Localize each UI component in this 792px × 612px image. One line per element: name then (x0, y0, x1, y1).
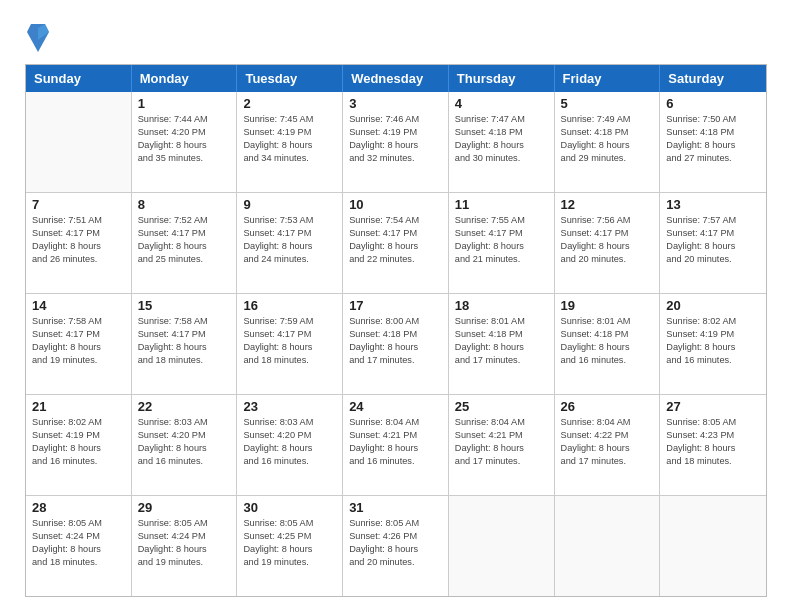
cell-info: Sunrise: 8:01 AM Sunset: 4:18 PM Dayligh… (561, 315, 654, 367)
page: SundayMondayTuesdayWednesdayThursdayFrid… (0, 0, 792, 612)
cell-info: Sunrise: 7:54 AM Sunset: 4:17 PM Dayligh… (349, 214, 442, 266)
calendar-cell: 24Sunrise: 8:04 AM Sunset: 4:21 PM Dayli… (343, 395, 449, 495)
calendar-cell: 1Sunrise: 7:44 AM Sunset: 4:20 PM Daylig… (132, 92, 238, 192)
day-number: 21 (32, 399, 125, 414)
calendar-row: 1Sunrise: 7:44 AM Sunset: 4:20 PM Daylig… (26, 92, 766, 193)
day-number: 5 (561, 96, 654, 111)
cell-info: Sunrise: 8:05 AM Sunset: 4:24 PM Dayligh… (138, 517, 231, 569)
logo-icon (27, 22, 49, 54)
calendar-cell: 28Sunrise: 8:05 AM Sunset: 4:24 PM Dayli… (26, 496, 132, 596)
day-number: 2 (243, 96, 336, 111)
day-number: 22 (138, 399, 231, 414)
cell-info: Sunrise: 8:05 AM Sunset: 4:25 PM Dayligh… (243, 517, 336, 569)
cell-info: Sunrise: 7:49 AM Sunset: 4:18 PM Dayligh… (561, 113, 654, 165)
cell-info: Sunrise: 8:02 AM Sunset: 4:19 PM Dayligh… (32, 416, 125, 468)
day-number: 31 (349, 500, 442, 515)
calendar-row: 7Sunrise: 7:51 AM Sunset: 4:17 PM Daylig… (26, 193, 766, 294)
calendar-cell: 13Sunrise: 7:57 AM Sunset: 4:17 PM Dayli… (660, 193, 766, 293)
day-number: 6 (666, 96, 760, 111)
day-number: 23 (243, 399, 336, 414)
cell-info: Sunrise: 7:58 AM Sunset: 4:17 PM Dayligh… (138, 315, 231, 367)
calendar-cell: 2Sunrise: 7:45 AM Sunset: 4:19 PM Daylig… (237, 92, 343, 192)
calendar-cell: 31Sunrise: 8:05 AM Sunset: 4:26 PM Dayli… (343, 496, 449, 596)
cell-info: Sunrise: 8:03 AM Sunset: 4:20 PM Dayligh… (243, 416, 336, 468)
cell-info: Sunrise: 8:05 AM Sunset: 4:23 PM Dayligh… (666, 416, 760, 468)
cell-info: Sunrise: 7:56 AM Sunset: 4:17 PM Dayligh… (561, 214, 654, 266)
cell-info: Sunrise: 8:00 AM Sunset: 4:18 PM Dayligh… (349, 315, 442, 367)
calendar-cell (660, 496, 766, 596)
calendar-cell: 7Sunrise: 7:51 AM Sunset: 4:17 PM Daylig… (26, 193, 132, 293)
day-number: 12 (561, 197, 654, 212)
cell-info: Sunrise: 7:58 AM Sunset: 4:17 PM Dayligh… (32, 315, 125, 367)
day-number: 1 (138, 96, 231, 111)
cell-info: Sunrise: 8:04 AM Sunset: 4:22 PM Dayligh… (561, 416, 654, 468)
calendar-cell: 8Sunrise: 7:52 AM Sunset: 4:17 PM Daylig… (132, 193, 238, 293)
calendar-row: 28Sunrise: 8:05 AM Sunset: 4:24 PM Dayli… (26, 496, 766, 596)
calendar-row: 21Sunrise: 8:02 AM Sunset: 4:19 PM Dayli… (26, 395, 766, 496)
day-number: 20 (666, 298, 760, 313)
calendar-body: 1Sunrise: 7:44 AM Sunset: 4:20 PM Daylig… (26, 92, 766, 596)
day-number: 26 (561, 399, 654, 414)
day-number: 29 (138, 500, 231, 515)
day-number: 19 (561, 298, 654, 313)
weekday-header: Friday (555, 65, 661, 92)
day-number: 7 (32, 197, 125, 212)
calendar-cell: 9Sunrise: 7:53 AM Sunset: 4:17 PM Daylig… (237, 193, 343, 293)
header (25, 20, 767, 54)
cell-info: Sunrise: 8:03 AM Sunset: 4:20 PM Dayligh… (138, 416, 231, 468)
calendar-cell: 19Sunrise: 8:01 AM Sunset: 4:18 PM Dayli… (555, 294, 661, 394)
cell-info: Sunrise: 7:57 AM Sunset: 4:17 PM Dayligh… (666, 214, 760, 266)
calendar-cell: 27Sunrise: 8:05 AM Sunset: 4:23 PM Dayli… (660, 395, 766, 495)
day-number: 11 (455, 197, 548, 212)
day-number: 28 (32, 500, 125, 515)
calendar: SundayMondayTuesdayWednesdayThursdayFrid… (25, 64, 767, 597)
calendar-cell: 20Sunrise: 8:02 AM Sunset: 4:19 PM Dayli… (660, 294, 766, 394)
day-number: 25 (455, 399, 548, 414)
day-number: 9 (243, 197, 336, 212)
cell-info: Sunrise: 7:50 AM Sunset: 4:18 PM Dayligh… (666, 113, 760, 165)
day-number: 4 (455, 96, 548, 111)
calendar-cell: 23Sunrise: 8:03 AM Sunset: 4:20 PM Dayli… (237, 395, 343, 495)
weekday-header: Sunday (26, 65, 132, 92)
cell-info: Sunrise: 7:55 AM Sunset: 4:17 PM Dayligh… (455, 214, 548, 266)
calendar-cell: 22Sunrise: 8:03 AM Sunset: 4:20 PM Dayli… (132, 395, 238, 495)
weekday-header: Thursday (449, 65, 555, 92)
day-number: 10 (349, 197, 442, 212)
calendar-cell (26, 92, 132, 192)
cell-info: Sunrise: 7:53 AM Sunset: 4:17 PM Dayligh… (243, 214, 336, 266)
weekday-header: Tuesday (237, 65, 343, 92)
calendar-cell: 10Sunrise: 7:54 AM Sunset: 4:17 PM Dayli… (343, 193, 449, 293)
cell-info: Sunrise: 8:04 AM Sunset: 4:21 PM Dayligh… (349, 416, 442, 468)
calendar-cell (449, 496, 555, 596)
calendar-cell: 5Sunrise: 7:49 AM Sunset: 4:18 PM Daylig… (555, 92, 661, 192)
logo (25, 20, 49, 54)
calendar-cell: 30Sunrise: 8:05 AM Sunset: 4:25 PM Dayli… (237, 496, 343, 596)
day-number: 27 (666, 399, 760, 414)
calendar-cell: 17Sunrise: 8:00 AM Sunset: 4:18 PM Dayli… (343, 294, 449, 394)
day-number: 24 (349, 399, 442, 414)
day-number: 8 (138, 197, 231, 212)
calendar-cell: 14Sunrise: 7:58 AM Sunset: 4:17 PM Dayli… (26, 294, 132, 394)
cell-info: Sunrise: 7:52 AM Sunset: 4:17 PM Dayligh… (138, 214, 231, 266)
cell-info: Sunrise: 7:45 AM Sunset: 4:19 PM Dayligh… (243, 113, 336, 165)
calendar-cell: 25Sunrise: 8:04 AM Sunset: 4:21 PM Dayli… (449, 395, 555, 495)
cell-info: Sunrise: 7:47 AM Sunset: 4:18 PM Dayligh… (455, 113, 548, 165)
cell-info: Sunrise: 7:44 AM Sunset: 4:20 PM Dayligh… (138, 113, 231, 165)
calendar-cell: 3Sunrise: 7:46 AM Sunset: 4:19 PM Daylig… (343, 92, 449, 192)
calendar-cell: 15Sunrise: 7:58 AM Sunset: 4:17 PM Dayli… (132, 294, 238, 394)
calendar-cell: 18Sunrise: 8:01 AM Sunset: 4:18 PM Dayli… (449, 294, 555, 394)
calendar-cell (555, 496, 661, 596)
calendar-cell: 26Sunrise: 8:04 AM Sunset: 4:22 PM Dayli… (555, 395, 661, 495)
calendar-row: 14Sunrise: 7:58 AM Sunset: 4:17 PM Dayli… (26, 294, 766, 395)
day-number: 18 (455, 298, 548, 313)
day-number: 13 (666, 197, 760, 212)
cell-info: Sunrise: 7:59 AM Sunset: 4:17 PM Dayligh… (243, 315, 336, 367)
weekday-header: Saturday (660, 65, 766, 92)
cell-info: Sunrise: 8:01 AM Sunset: 4:18 PM Dayligh… (455, 315, 548, 367)
day-number: 17 (349, 298, 442, 313)
calendar-cell: 11Sunrise: 7:55 AM Sunset: 4:17 PM Dayli… (449, 193, 555, 293)
cell-info: Sunrise: 8:02 AM Sunset: 4:19 PM Dayligh… (666, 315, 760, 367)
day-number: 16 (243, 298, 336, 313)
cell-info: Sunrise: 8:05 AM Sunset: 4:24 PM Dayligh… (32, 517, 125, 569)
calendar-cell: 29Sunrise: 8:05 AM Sunset: 4:24 PM Dayli… (132, 496, 238, 596)
